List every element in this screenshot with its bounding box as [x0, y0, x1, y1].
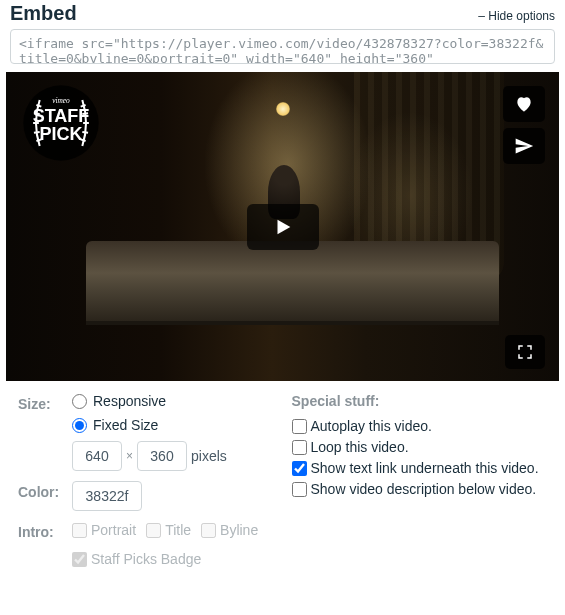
- special-textlink-label: Show text link underneath this video.: [311, 459, 539, 477]
- intro-label: Intro:: [18, 521, 72, 540]
- fullscreen-button[interactable]: [505, 335, 545, 369]
- size-label: Size:: [18, 393, 72, 412]
- intro-portrait-checkbox[interactable]: [72, 523, 87, 538]
- special-label: Special stuff:: [292, 393, 556, 409]
- height-input[interactable]: [137, 441, 187, 471]
- intro-portrait-option[interactable]: Portrait: [72, 521, 136, 539]
- intro-byline-label: Byline: [220, 521, 258, 539]
- share-button[interactable]: [503, 128, 545, 164]
- staffpick-brand: vimeo: [52, 96, 70, 105]
- special-desc-label: Show video description below video.: [311, 480, 537, 498]
- pixels-label: pixels: [191, 448, 227, 464]
- dimensions-times: ×: [126, 449, 133, 463]
- intro-byline-option[interactable]: Byline: [201, 521, 258, 539]
- intro-staffbadge-option[interactable]: Staff Picks Badge: [72, 550, 282, 568]
- intro-title-checkbox[interactable]: [146, 523, 161, 538]
- special-textlink-option[interactable]: Show text link underneath this video.: [292, 459, 556, 477]
- staffpick-line2: PICK: [39, 124, 82, 144]
- heart-icon: [513, 94, 535, 114]
- color-input[interactable]: [72, 481, 142, 511]
- size-responsive-label: Responsive: [93, 393, 166, 409]
- special-textlink-checkbox[interactable]: [292, 461, 307, 476]
- staffpick-line1: STAFF: [33, 106, 90, 126]
- video-preview: vimeo STAFF PICK: [6, 72, 559, 381]
- staff-pick-badge: vimeo STAFF PICK: [20, 82, 102, 164]
- intro-title-label: Title: [165, 521, 191, 539]
- intro-staffbadge-label: Staff Picks Badge: [91, 550, 201, 568]
- size-responsive-option[interactable]: Responsive: [72, 393, 282, 409]
- special-loop-label: Loop this video.: [311, 438, 409, 456]
- intro-staffbadge-checkbox[interactable]: [72, 552, 87, 567]
- intro-portrait-label: Portrait: [91, 521, 136, 539]
- embed-code-textarea[interactable]: <iframe src="https://player.vimeo.com/vi…: [10, 29, 555, 64]
- special-desc-option[interactable]: Show video description below video.: [292, 480, 556, 498]
- fullscreen-icon: [516, 343, 534, 361]
- special-autoplay-option[interactable]: Autoplay this video.: [292, 417, 556, 435]
- hide-options-link[interactable]: – Hide options: [478, 9, 555, 23]
- paper-plane-icon: [513, 136, 535, 156]
- size-fixed-label: Fixed Size: [93, 417, 158, 433]
- special-autoplay-checkbox[interactable]: [292, 419, 307, 434]
- special-autoplay-label: Autoplay this video.: [311, 417, 432, 435]
- color-label: Color:: [18, 481, 72, 500]
- play-button[interactable]: [247, 204, 319, 250]
- play-icon: [272, 215, 294, 239]
- intro-title-option[interactable]: Title: [146, 521, 191, 539]
- special-loop-checkbox[interactable]: [292, 440, 307, 455]
- size-fixed-option[interactable]: Fixed Size: [72, 417, 282, 433]
- size-responsive-radio[interactable]: [72, 394, 87, 409]
- intro-byline-checkbox[interactable]: [201, 523, 216, 538]
- size-fixed-radio[interactable]: [72, 418, 87, 433]
- page-title: Embed: [10, 2, 77, 25]
- special-loop-option[interactable]: Loop this video.: [292, 438, 556, 456]
- width-input[interactable]: [72, 441, 122, 471]
- special-desc-checkbox[interactable]: [292, 482, 307, 497]
- like-button[interactable]: [503, 86, 545, 122]
